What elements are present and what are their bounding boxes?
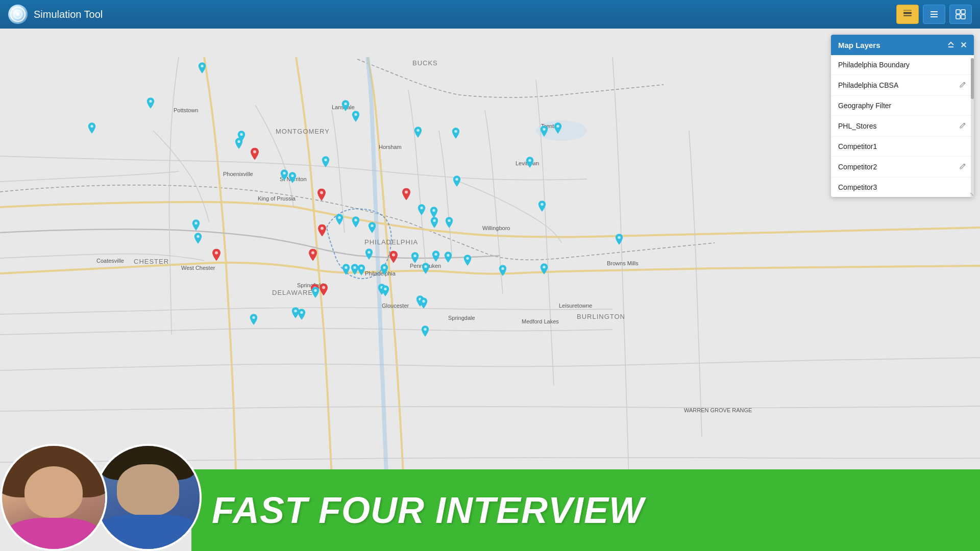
svg-rect-3: [903, 12, 912, 14]
svg-rect-5: [903, 10, 912, 11]
marker-cyan[interactable]: [445, 217, 454, 230]
layer-list-item[interactable]: Geography Filter: [831, 96, 974, 116]
marker-cyan[interactable]: [380, 264, 389, 277]
marker-cyan[interactable]: [413, 127, 423, 140]
marker-cyan[interactable]: [419, 297, 428, 311]
svg-point-64: [422, 300, 425, 303]
table-button[interactable]: [949, 5, 972, 24]
svg-point-65: [294, 310, 297, 312]
layer-list-item[interactable]: Competitor1: [831, 137, 974, 157]
svg-point-29: [237, 140, 240, 143]
panel-scrollbar-thumb[interactable]: [971, 58, 974, 99]
layer-label: Geography Filter: [838, 102, 891, 110]
panel-resize-handle[interactable]: ⤡: [968, 191, 974, 197]
marker-cyan[interactable]: [146, 97, 155, 111]
marker-cyan[interactable]: [351, 216, 360, 230]
header: Simulation Tool: [0, 0, 980, 29]
marker-cyan[interactable]: [87, 122, 96, 136]
svg-point-38: [455, 178, 458, 181]
banner-text: FAST FOUR INTERVIEW: [212, 489, 644, 531]
svg-point-26: [344, 103, 347, 105]
svg-point-45: [448, 219, 450, 222]
svg-point-67: [252, 316, 255, 319]
marker-red[interactable]: [401, 188, 411, 203]
marker-red[interactable]: [317, 224, 327, 239]
marker-cyan[interactable]: [193, 233, 203, 246]
marker-cyan[interactable]: [357, 264, 366, 278]
layer-edit-icon[interactable]: [959, 162, 967, 171]
marker-red[interactable]: [388, 251, 399, 266]
map-layers-list: Philadelphia BoundaryPhiladelphia CBSAGe…: [831, 55, 974, 197]
layer-list-item[interactable]: Philadelphia CBSA: [831, 75, 974, 96]
marker-cyan[interactable]: [537, 201, 547, 214]
panel-scrollbar[interactable]: [971, 58, 974, 197]
marker-cyan[interactable]: [335, 214, 344, 227]
svg-point-68: [424, 328, 426, 331]
svg-point-20: [392, 254, 395, 257]
marker-cyan[interactable]: [421, 263, 430, 276]
marker-cyan[interactable]: [430, 217, 439, 230]
marker-cyan[interactable]: [498, 265, 507, 278]
map-layers-header-icons: ✕: [947, 40, 967, 50]
marker-cyan[interactable]: [341, 100, 350, 113]
marker-cyan[interactable]: [421, 325, 430, 339]
marker-red[interactable]: [318, 284, 329, 298]
svg-point-58: [543, 266, 545, 268]
marker-cyan[interactable]: [321, 156, 330, 169]
list-button[interactable]: [923, 5, 945, 24]
marker-cyan[interactable]: [351, 111, 360, 124]
marker-red[interactable]: [308, 249, 318, 264]
marker-cyan[interactable]: [615, 234, 624, 247]
svg-point-23: [322, 286, 325, 289]
marker-cyan[interactable]: [540, 263, 549, 277]
marker-cyan[interactable]: [364, 248, 374, 262]
marker-cyan[interactable]: [368, 222, 377, 235]
layer-edit-icon[interactable]: [959, 121, 967, 131]
collapse-panel-button[interactable]: [947, 40, 955, 50]
marker-cyan[interactable]: [452, 176, 461, 189]
marker-red[interactable]: [250, 148, 260, 163]
svg-rect-9: [956, 10, 960, 14]
avatars-container: [0, 444, 202, 551]
marker-cyan[interactable]: [451, 128, 460, 141]
svg-point-53: [466, 257, 469, 260]
marker-cyan[interactable]: [198, 62, 207, 76]
marker-cyan[interactable]: [463, 255, 472, 268]
marker-cyan[interactable]: [525, 157, 534, 170]
map-layers-header: Map Layers ✕: [831, 35, 974, 55]
svg-point-44: [433, 219, 435, 222]
layer-list-item[interactable]: PHL_Stores: [831, 116, 974, 137]
marker-cyan[interactable]: [553, 122, 562, 136]
svg-point-21: [311, 252, 314, 255]
marker-cyan[interactable]: [341, 264, 351, 277]
svg-point-61: [384, 288, 386, 290]
layer-list-item[interactable]: Competitor3: [831, 178, 974, 197]
marker-cyan[interactable]: [234, 138, 243, 151]
layers-button[interactable]: [896, 5, 919, 24]
marker-cyan[interactable]: [540, 126, 549, 139]
marker-cyan[interactable]: [431, 251, 440, 264]
svg-point-62: [314, 289, 316, 292]
marker-cyan[interactable]: [311, 287, 320, 300]
marker-cyan[interactable]: [410, 252, 420, 265]
layer-list-item[interactable]: Competitor2: [831, 157, 974, 178]
svg-point-28: [240, 133, 242, 136]
marker-cyan[interactable]: [417, 204, 426, 217]
svg-point-42: [354, 219, 357, 221]
layer-edit-icon[interactable]: [959, 81, 967, 90]
marker-red[interactable]: [316, 189, 327, 204]
svg-point-47: [197, 235, 199, 238]
layer-label: Competitor2: [838, 163, 877, 171]
marker-red[interactable]: [211, 249, 222, 264]
svg-point-50: [424, 265, 427, 268]
app-logo: [8, 5, 28, 24]
marker-cyan[interactable]: [444, 252, 453, 265]
layer-list-item[interactable]: Philadelphia Boundary: [831, 55, 974, 75]
marker-cyan[interactable]: [381, 285, 390, 298]
map-layers-title: Map Layers: [838, 41, 880, 49]
marker-cyan[interactable]: [191, 219, 201, 233]
close-panel-button[interactable]: ✕: [960, 40, 967, 50]
marker-cyan[interactable]: [249, 314, 258, 327]
marker-cyan[interactable]: [297, 309, 306, 322]
marker-cyan[interactable]: [288, 172, 297, 185]
